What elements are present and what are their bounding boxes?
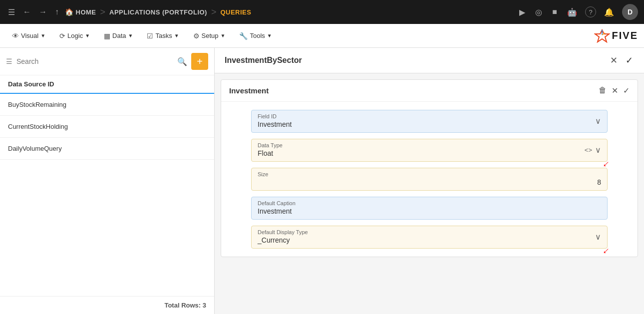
form-area: Field ID Investment ∨ Data Type Float xyxy=(221,102,638,257)
setup-icon: ⚙ xyxy=(193,32,200,40)
queries-link[interactable]: QUERIES xyxy=(220,8,251,16)
check-header-button[interactable]: ✓ xyxy=(625,54,634,67)
sep2: > xyxy=(211,7,217,17)
main-area: ☰ 🔍 + Data Source ID BuyStockRemaining C… xyxy=(0,48,644,314)
default-display-type-value: _Currency xyxy=(258,236,308,244)
check-investment-button[interactable]: ✓ xyxy=(623,86,630,95)
forward-icon[interactable]: → xyxy=(37,5,49,18)
data-menu[interactable]: ▦ Data ▼ xyxy=(98,29,139,43)
right-header-title: InvestmentBySector xyxy=(225,56,302,65)
tasks-menu[interactable]: ☑ Tasks ▼ xyxy=(141,29,185,43)
stop-icon[interactable]: ■ xyxy=(550,5,559,18)
tasks-arrow: ▼ xyxy=(174,33,179,38)
red-arrow-display: ↑ xyxy=(600,246,611,257)
field-id-dropdown-icon[interactable]: ∨ xyxy=(595,116,601,126)
avatar[interactable]: D xyxy=(622,4,638,20)
up-icon[interactable]: ↑ xyxy=(53,5,61,18)
tasks-label: Tasks xyxy=(155,32,172,39)
default-caption-value: Investment xyxy=(258,207,601,215)
five-text: FIVE xyxy=(612,30,638,41)
tools-menu[interactable]: 🔧 Tools ▼ xyxy=(233,29,278,43)
logic-icon: ⟳ xyxy=(59,32,65,40)
size-value: 8 xyxy=(258,178,601,186)
logic-arrow: ▼ xyxy=(85,33,90,38)
back-icon[interactable]: ← xyxy=(21,5,33,18)
default-caption-group: Default Caption Investment xyxy=(251,197,608,220)
tools-arrow: ▼ xyxy=(267,33,272,38)
applications-label: APPLICATIONS (PORTFOLIO) xyxy=(109,8,207,16)
code-icon[interactable]: <> xyxy=(585,146,592,154)
setup-label: Setup xyxy=(202,32,219,39)
applications-link[interactable]: APPLICATIONS (PORTFOLIO) xyxy=(109,8,207,16)
data-type-row: Data Type Float <> ∨ xyxy=(258,142,601,157)
data-type-label: Data Type xyxy=(258,142,283,148)
five-logo-svg xyxy=(594,29,610,43)
data-type-icons: <> ∨ xyxy=(585,145,601,155)
default-display-type-row: Default Display Type _Currency ∨ xyxy=(258,229,601,244)
queries-label: QUERIES xyxy=(220,8,251,16)
visual-arrow: ▼ xyxy=(40,33,45,38)
investment-title: Investment xyxy=(229,86,269,95)
setup-arrow: ▼ xyxy=(221,33,226,38)
play-icon[interactable]: ▶ xyxy=(517,5,527,19)
data-type-content: Data Type Float xyxy=(258,142,283,157)
size-group: Size 8 xyxy=(251,168,608,191)
data-type-value: Float xyxy=(258,149,283,157)
size-row: 8 xyxy=(258,178,601,186)
list-item[interactable]: BuyStockRemaining xyxy=(0,94,214,116)
field-id-label: Field ID xyxy=(258,113,292,119)
default-display-dropdown-icon[interactable]: ∨ xyxy=(595,232,601,242)
home-link[interactable]: 🏠 HOME xyxy=(65,8,96,16)
field-id-group: Field ID Investment ∨ xyxy=(251,110,608,133)
search-bar: ☰ 🔍 + xyxy=(0,48,214,75)
field-id-content: Field ID Investment xyxy=(258,113,292,128)
five-logo: FIVE xyxy=(594,29,638,43)
filter-icon: ☰ xyxy=(6,57,12,65)
data-type-dropdown-icon[interactable]: ∨ xyxy=(595,145,601,155)
data-label: Data xyxy=(112,32,126,39)
close-investment-button[interactable]: ✕ xyxy=(612,86,618,95)
field-id-value: Investment xyxy=(258,120,292,128)
bot-icon[interactable]: 🤖 xyxy=(565,5,579,19)
setup-menu[interactable]: ⚙ Setup ▼ xyxy=(187,29,232,43)
menu-icon[interactable]: ☰ xyxy=(6,5,17,19)
logic-menu[interactable]: ⟳ Logic ▼ xyxy=(53,29,96,43)
add-button[interactable]: + xyxy=(191,53,208,70)
visual-menu[interactable]: 👁 Visual ▼ xyxy=(6,29,51,43)
right-header: InvestmentBySector ✕ ✓ xyxy=(215,48,644,73)
list-item[interactable]: CurrentStockHolding xyxy=(0,116,214,138)
search-nav-icon[interactable]: ◎ xyxy=(533,5,544,19)
list-item[interactable]: DailyVolumeQuery xyxy=(0,138,214,160)
left-panel: ☰ 🔍 + Data Source ID BuyStockRemaining C… xyxy=(0,48,215,314)
data-icon: ▦ xyxy=(104,32,110,40)
tasks-icon: ☑ xyxy=(147,32,153,40)
list-footer: Total Rows: 3 xyxy=(0,296,214,314)
search-input[interactable] xyxy=(16,57,173,65)
top-nav-right: ▶ ◎ ■ 🤖 ? 🔔 D xyxy=(517,4,638,20)
data-type-group: Data Type Float <> ∨ ↑ xyxy=(251,139,608,162)
investment-section: Investment 🗑 ✕ ✓ Field ID Investment xyxy=(221,79,638,257)
default-caption-label: Default Caption xyxy=(258,200,601,206)
default-display-type-label: Default Display Type xyxy=(258,229,308,235)
visual-icon: 👁 xyxy=(12,32,19,40)
top-nav: ☰ ← → ↑ 🏠 HOME > APPLICATIONS (PORTFOLIO… xyxy=(0,0,644,24)
header-actions: ✕ ✓ xyxy=(609,54,634,67)
default-display-type-group: Default Display Type _Currency ∨ ↑ xyxy=(251,226,608,249)
logic-label: Logic xyxy=(67,32,83,39)
home-label: HOME xyxy=(76,8,96,16)
search-icon[interactable]: 🔍 xyxy=(177,57,187,66)
menu-bar: 👁 Visual ▼ ⟳ Logic ▼ ▦ Data ▼ ☑ Tasks ▼ … xyxy=(0,24,644,48)
home-icon: 🏠 xyxy=(65,8,74,16)
size-label: Size xyxy=(258,171,601,177)
tools-label: Tools xyxy=(250,32,265,39)
delete-investment-button[interactable]: 🗑 xyxy=(599,86,607,95)
field-id-row: Field ID Investment ∨ xyxy=(258,113,601,128)
default-display-type-content: Default Display Type _Currency xyxy=(258,229,308,244)
help-icon[interactable]: ? xyxy=(585,6,596,17)
tools-icon: 🔧 xyxy=(239,32,248,40)
bell-icon[interactable]: 🔔 xyxy=(602,5,616,19)
sep1: > xyxy=(100,7,106,17)
close-header-button[interactable]: ✕ xyxy=(609,54,619,67)
right-panel: InvestmentBySector ✕ ✓ Investment 🗑 ✕ ✓ xyxy=(215,48,644,314)
investment-actions: 🗑 ✕ ✓ xyxy=(599,86,630,95)
